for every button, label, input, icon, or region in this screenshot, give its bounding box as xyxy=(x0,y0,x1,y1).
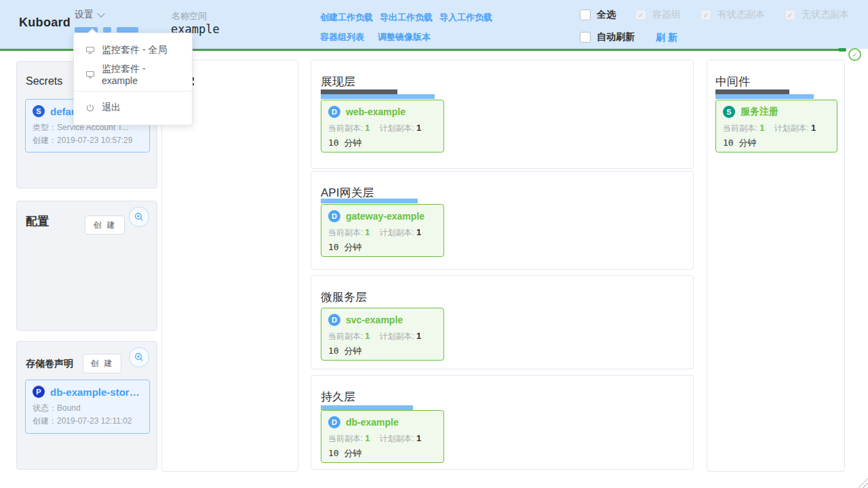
replica-current: 当前副本:1 xyxy=(328,433,370,445)
pvc-created-label: 创建： xyxy=(33,416,57,426)
checkbox-box xyxy=(580,9,591,20)
secrets-panel-title: Secrets xyxy=(26,75,62,87)
checkbox-box xyxy=(580,32,591,43)
workload-card-gateway-example[interactable]: D gateway-example 当前副本:1 计划副本:1 10 分钟 xyxy=(321,204,444,257)
menu-item-monitor-global[interactable]: 监控套件 - 全局 xyxy=(74,38,192,62)
import-workload-link[interactable]: 导入工作负载 xyxy=(439,12,492,24)
layer-microservice-panel: 微服务层 D svc-example 当前副本:1 计划副本:1 10 分钟 xyxy=(311,275,694,369)
usage-bar-blue xyxy=(321,94,435,99)
resize-handle[interactable] xyxy=(858,478,868,488)
checkbox-box-checked xyxy=(701,9,711,20)
create-workload-link[interactable]: 创建工作负载 xyxy=(320,12,373,24)
secret-badge: S xyxy=(33,105,45,117)
workload-card-service-registry[interactable]: S 服务注册 当前副本:1 计划副本:1 10 分钟 xyxy=(715,100,837,152)
replica-planned: 计划副本:1 xyxy=(380,433,422,445)
checkbox-label: 有状态副本 xyxy=(717,9,765,21)
pvc-badge: P xyxy=(33,386,45,398)
deployment-badge: D xyxy=(328,106,340,118)
obscured-link-fragment xyxy=(103,27,111,33)
config-create-button[interactable]: 创 建 xyxy=(85,216,125,235)
workload-name: gateway-example xyxy=(346,211,425,222)
checkbox-auto-refresh[interactable]: 自动刷新 xyxy=(580,31,635,43)
usage-bar-blue xyxy=(321,199,418,203)
deployment-badge: D xyxy=(328,314,340,326)
menu-item-label: 监控套件 - 全局 xyxy=(102,44,167,56)
secret-created-label: 创建： xyxy=(33,136,57,145)
workload-card-db-example[interactable]: D db-example 当前副本:1 计划副本:1 10 分钟 xyxy=(321,410,444,463)
pvc-created-value: 2019-07-23 12:11:02 xyxy=(57,416,132,426)
pvc-name: db-example-stora... xyxy=(50,386,142,398)
config-zoom-button[interactable] xyxy=(129,207,149,227)
replica-current: 当前副本:1 xyxy=(723,123,765,134)
page-loaded-check-icon xyxy=(848,48,861,61)
usage-bar-blue xyxy=(321,405,413,410)
layer-title: 微服务层 xyxy=(321,289,367,305)
workload-age: 10 分钟 xyxy=(328,241,437,253)
usage-bar-dark xyxy=(715,89,789,94)
layer-title: 展现层 xyxy=(321,74,355,89)
monitor-icon xyxy=(85,45,95,55)
checkbox-box-checked xyxy=(785,9,795,20)
pod-list-link[interactable]: 容器组列表 xyxy=(320,31,364,43)
checkbox-pods-disabled: 容器组 xyxy=(635,9,681,21)
menu-divider xyxy=(74,91,192,92)
pvc-panel: 存储卷声明 创 建 P db-example-stora... 状态：Bound… xyxy=(16,341,157,470)
replica-current: 当前副本:1 xyxy=(328,227,370,239)
checkbox-label: 无状态副本 xyxy=(802,9,849,21)
pvc-panel-title: 存储卷声明 xyxy=(26,358,73,370)
secret-type-label: 类型： xyxy=(33,123,57,132)
checkbox-statefulset-disabled: 有状态副本 xyxy=(701,9,765,21)
pvc-card-db-example[interactable]: P db-example-stora... 状态：Bound 创建：2019-0… xyxy=(25,380,150,434)
settings-dropdown-trigger[interactable]: 设置 xyxy=(75,9,104,21)
service-badge: S xyxy=(723,106,735,118)
checkbox-deployment-disabled: 无状态副本 xyxy=(785,9,849,21)
layer-presentation-panel: 展现层 D web-example 当前副本:1 计划副本:1 10 分钟 xyxy=(311,60,694,169)
replica-planned: 计划副本:1 xyxy=(774,123,816,134)
deployment-badge: D xyxy=(328,210,340,222)
monitor-icon xyxy=(85,70,95,79)
workload-name: db-example xyxy=(346,417,399,428)
workload-age: 10 分钟 xyxy=(328,447,437,460)
chevron-down-icon xyxy=(97,9,104,17)
kuboard-workloads-page: Kuboard 设置 名称空间 example 创建工作负载 导出工作负载 导入… xyxy=(0,0,868,488)
workload-name: web-example xyxy=(346,106,406,117)
layer-api-gateway-panel: API网关层 D gateway-example 当前副本:1 计划副本:1 1… xyxy=(311,171,694,270)
config-panel-title: 配置 xyxy=(26,214,49,229)
checkbox-label: 全选 xyxy=(597,9,616,21)
middleware-panel: 中间件 S 服务注册 当前副本:1 计划副本:1 10 分钟 xyxy=(707,60,845,472)
pvc-status-label: 状态： xyxy=(33,403,57,413)
usage-bar-dark xyxy=(321,89,397,94)
checkbox-select-all[interactable]: 全选 xyxy=(580,9,616,21)
replica-planned: 计划副本:1 xyxy=(380,331,422,342)
workload-age: 10 分钟 xyxy=(723,137,830,149)
workload-name: svc-example xyxy=(346,314,403,325)
usage-bar-blue xyxy=(715,94,814,99)
page-progress-bar-tip xyxy=(838,48,846,52)
magnifier-plus-icon xyxy=(134,352,144,362)
menu-item-logout[interactable]: 退出 xyxy=(74,96,192,120)
pvc-create-button[interactable]: 创 建 xyxy=(83,354,121,373)
export-workload-link[interactable]: 导出工作负载 xyxy=(380,12,433,24)
workload-card-svc-example[interactable]: D svc-example 当前副本:1 计划副本:1 10 分钟 xyxy=(321,308,444,361)
pvc-zoom-button[interactable] xyxy=(129,347,149,367)
workload-age: 10 分钟 xyxy=(328,345,437,357)
layer-persistence-panel: 持久层 D db-example 当前副本:1 计划副本:1 10 分钟 xyxy=(311,375,694,470)
kuboard-logo[interactable]: Kuboard xyxy=(19,16,71,30)
replica-current: 当前副本:1 xyxy=(328,123,370,134)
settings-dropdown-menu: 监控套件 - 全局 监控套件 - example 退出 xyxy=(73,33,193,125)
menu-item-monitor-example[interactable]: 监控套件 - example xyxy=(74,62,192,87)
workload-name: 服务注册 xyxy=(741,106,778,118)
settings-label: 设置 xyxy=(75,9,94,21)
checkbox-box-checked xyxy=(635,9,646,20)
refresh-link[interactable]: 刷 新 xyxy=(656,32,677,44)
workload-age: 10 分钟 xyxy=(328,137,437,149)
replica-planned: 计划副本:1 xyxy=(380,123,422,134)
adjust-image-version-link[interactable]: 调整镜像版本 xyxy=(378,31,431,43)
secret-created-value: 2019-07-23 10:57:29 xyxy=(57,136,132,145)
replica-planned: 计划副本:1 xyxy=(380,227,422,239)
checkbox-label: 容器组 xyxy=(652,9,681,21)
obscured-link-fragment xyxy=(117,27,138,33)
pvc-meta: 状态：Bound 创建：2019-07-23 12:11:02 xyxy=(33,402,142,428)
workload-card-web-example[interactable]: D web-example 当前副本:1 计划副本:1 10 分钟 xyxy=(321,100,444,152)
menu-item-label: 退出 xyxy=(102,102,121,114)
